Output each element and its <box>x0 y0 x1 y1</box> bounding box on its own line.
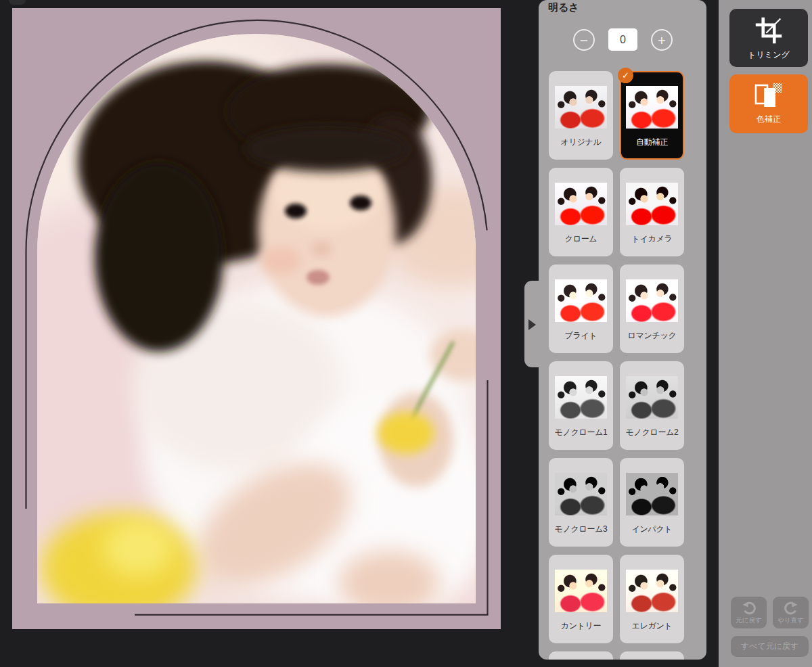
filter-tile-monochrome2[interactable]: モノクローム2 <box>620 361 684 450</box>
filter-thumbnail <box>626 570 678 612</box>
undo-label: 元に戻す <box>731 616 767 625</box>
undo-button[interactable]: 元に戻す <box>731 597 767 628</box>
filter-tile-impact[interactable]: インパクト <box>620 458 684 547</box>
filter-tile-toy-camera[interactable]: トイカメラ <box>620 168 684 256</box>
filter-tile-elegant[interactable]: エレガント <box>620 555 684 643</box>
filter-tile-chrome[interactable]: クローム <box>549 168 613 256</box>
partial-toolbar-button[interactable] <box>9 0 26 5</box>
brightness-increase-button[interactable]: + <box>651 29 673 51</box>
filter-thumbnail <box>555 473 607 515</box>
selected-check-icon: ✓ <box>618 68 633 83</box>
undo-arrow-icon <box>741 600 757 615</box>
filter-thumbnail <box>626 86 678 129</box>
crop-icon <box>754 16 784 45</box>
panel-collapse-tab[interactable] <box>524 281 539 367</box>
photo-page-canvas[interactable] <box>12 8 501 629</box>
undo-all-button[interactable]: すべて元に戻す <box>731 636 809 657</box>
color-correct-icon <box>753 81 784 110</box>
crop-tool-button[interactable]: トリミング <box>729 9 808 67</box>
color-correct-tool-button[interactable]: 色補正 <box>729 74 808 133</box>
redo-label: やり直す <box>773 616 809 625</box>
tool-sidebar: トリミング 色補正 元に戻す <box>719 0 812 667</box>
filter-thumbnail <box>626 473 678 515</box>
baby-photo[interactable] <box>37 34 476 603</box>
baby-photo-art <box>37 34 476 603</box>
brightness-decrease-button[interactable]: − <box>573 29 595 51</box>
filter-tile-country[interactable]: カントリー <box>549 555 613 643</box>
filter-tile-romantic[interactable]: ロマンチック <box>620 264 684 353</box>
filter-thumbnail <box>626 376 678 419</box>
collapse-arrow-icon <box>528 319 536 330</box>
brightness-value-field[interactable]: 0 <box>608 28 637 51</box>
filter-thumbnail <box>555 183 607 225</box>
redo-button[interactable]: やり直す <box>773 597 809 628</box>
photo-editor-window: 明るさ − 0 + オリジナル ✓ 自動補正 クローム トイカメラ ブライト ロ… <box>0 0 812 667</box>
color-correct-tool-label: 色補正 <box>729 114 808 125</box>
filter-thumbnail <box>626 279 678 322</box>
redo-arrow-icon <box>783 600 799 615</box>
filter-tile-original[interactable]: オリジナル <box>549 71 613 160</box>
adjustment-panel: 明るさ − 0 + オリジナル ✓ 自動補正 クローム トイカメラ ブライト ロ… <box>539 0 706 660</box>
filter-tile-monochrome1[interactable]: モノクローム1 <box>549 361 613 450</box>
filter-tile-bright[interactable]: ブライト <box>549 264 613 353</box>
brightness-label: 明るさ <box>548 1 579 14</box>
filter-tile-partial[interactable] <box>549 651 613 660</box>
filter-thumbnail <box>555 376 607 419</box>
filter-tile-auto-correct[interactable]: ✓ 自動補正 <box>620 71 684 160</box>
filter-thumbnail <box>555 279 607 322</box>
filter-thumbnail <box>555 86 607 129</box>
filter-tile-monochrome3[interactable]: モノクローム3 <box>549 458 613 547</box>
filter-tile-partial[interactable] <box>620 651 684 660</box>
crop-tool-label: トリミング <box>729 49 808 61</box>
filter-thumbnail <box>626 183 678 225</box>
filter-thumbnail <box>555 570 607 612</box>
